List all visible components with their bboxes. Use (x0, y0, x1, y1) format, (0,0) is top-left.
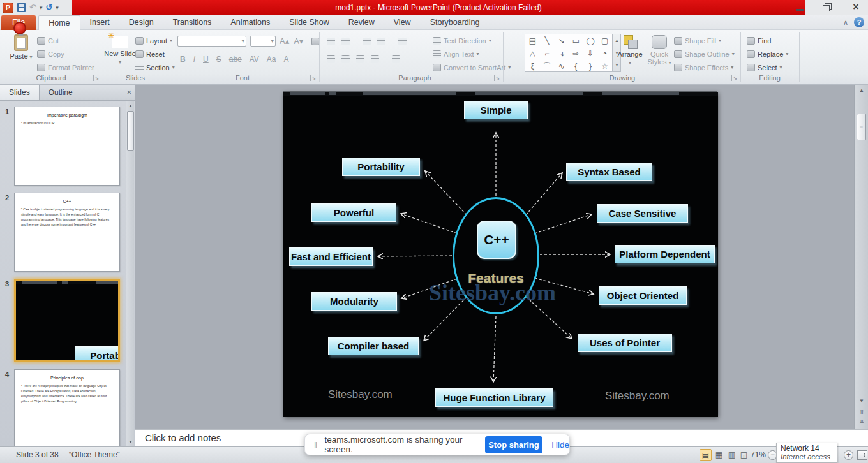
paste-button[interactable]: Paste ▾ (5, 33, 37, 73)
section-button[interactable]: Section ▾ (135, 61, 175, 73)
scroll-down-icon[interactable]: ▼ (855, 397, 868, 405)
down-arrow-shape-icon[interactable]: ⇩ (583, 47, 598, 60)
justify-icon[interactable] (371, 55, 379, 63)
arrange-button[interactable]: Arrange▾ (614, 33, 646, 73)
customize-qat-icon[interactable]: ▾ (56, 4, 59, 11)
convert-to-smartart-button[interactable]: Convert to SmartArt ▾ (433, 61, 511, 73)
align-left-icon[interactable] (327, 55, 335, 63)
tab-transitions[interactable]: Transitions (163, 15, 221, 30)
new-slide-button[interactable]: New Slide ▾ (104, 33, 136, 73)
feature-box-object-oriented[interactable]: Object Oriented (599, 286, 687, 305)
shape-effects-button[interactable]: Shape Effects ▾ (674, 61, 733, 73)
elbow-connector-shape-icon[interactable]: ⌐ (540, 47, 555, 60)
font-family-combo[interactable] (177, 36, 246, 47)
feature-box-portability[interactable]: Portability (342, 158, 420, 176)
slide-thumbnail-1[interactable]: Imperative paradigm* Its abstraction in … (14, 107, 120, 186)
tab-slide-show[interactable]: Slide Show (280, 15, 339, 30)
previous-slide-icon[interactable]: ⇈ (855, 408, 868, 416)
share-bar-handle-icon[interactable]: ‖ (314, 440, 318, 450)
copy-button[interactable]: Copy (37, 48, 64, 60)
arc-shape-icon[interactable]: ⌒ (540, 60, 555, 73)
paragraph-dialog-launcher[interactable]: ↘ (494, 75, 500, 81)
restore-button[interactable] (819, 3, 836, 12)
find-button[interactable]: Find (747, 34, 771, 47)
rounded-rectangle-shape-icon[interactable]: ▢ (597, 34, 612, 47)
replace-button[interactable]: Replace ▾ (747, 48, 788, 60)
panel-scrollbar-thumb[interactable] (127, 111, 134, 151)
panel-scroll-down-icon[interactable]: ▼ (126, 437, 135, 446)
character-spacing-button[interactable]: AV (248, 55, 260, 64)
format-painter-button[interactable]: Format Painter (37, 61, 94, 73)
line-spacing-icon[interactable] (398, 38, 407, 45)
main-scrollbar-thumb[interactable] (857, 114, 866, 140)
main-scrollbar[interactable]: ▲ ▼ ⇈ ⇊ (854, 85, 868, 429)
align-right-icon[interactable] (356, 55, 364, 63)
redo-icon[interactable]: ↺ (45, 3, 52, 12)
line-shape-icon[interactable]: ╲ (540, 34, 555, 47)
star-shape-icon[interactable]: ☆ (597, 60, 612, 73)
panel-scroll-up-icon[interactable]: ▲ (126, 101, 135, 110)
normal-view-button[interactable]: ▤ (700, 449, 712, 461)
notes-placeholder[interactable]: Click to add notes (145, 432, 221, 443)
line-arrow-shape-icon[interactable]: ↘ (554, 34, 569, 47)
elbow-arrow-connector-shape-icon[interactable]: ↴ (554, 47, 569, 60)
tab-insert[interactable]: Insert (80, 15, 119, 30)
collapse-ribbon-icon[interactable]: ∧ (843, 18, 848, 27)
scroll-up-icon[interactable]: ▲ (855, 86, 868, 94)
text-direction-button[interactable]: Text Direction ▾ (433, 34, 491, 47)
font-size-combo[interactable] (250, 36, 276, 47)
undo-icon[interactable]: ↶ (29, 3, 36, 12)
align-text-button[interactable]: Align Text ▾ (433, 48, 479, 60)
tab-view[interactable]: View (384, 15, 421, 30)
feature-box-fast-and-efficient[interactable]: Fast and Efficient (289, 247, 373, 266)
quick-styles-button[interactable]: Quick Styles ▾ (643, 33, 675, 73)
text-shadow-button[interactable]: abe (228, 55, 243, 64)
feature-box-simple[interactable]: Simple (464, 101, 528, 119)
select-button[interactable]: Select ▾ (747, 61, 782, 73)
tab-design[interactable]: Design (119, 15, 163, 30)
text-box-shape-icon[interactable]: ▤ (525, 34, 540, 47)
underline-button[interactable]: U (202, 55, 210, 64)
fit-to-window-icon[interactable] (857, 450, 867, 460)
bold-button[interactable]: B (179, 55, 187, 64)
cut-button[interactable]: Cut (37, 34, 59, 47)
tab-storyboarding[interactable]: Storyboarding (421, 15, 490, 30)
save-icon[interactable] (17, 3, 26, 12)
panel-close-icon[interactable]: × (126, 87, 131, 97)
feature-box-portability[interactable]: Portability (75, 346, 120, 362)
minimize-button[interactable] (791, 3, 808, 12)
slide-sorter-view-button[interactable]: ▦ (713, 449, 725, 461)
drawing-dialog-launcher[interactable]: ↘ (731, 75, 738, 81)
align-center-icon[interactable] (341, 55, 350, 63)
feature-box-syntax-based[interactable]: Syntax Based (566, 163, 652, 181)
feature-box-huge-function-library[interactable]: Huge Function Library (435, 388, 553, 407)
scribble-shape-icon[interactable]: ξ (525, 60, 540, 73)
increase-indent-icon[interactable] (377, 38, 385, 45)
feature-box-powerful[interactable]: Powerful (311, 203, 396, 222)
right-brace-shape-icon[interactable]: } (583, 60, 598, 73)
shrink-font-button[interactable]: A▾ (294, 36, 303, 46)
columns-icon[interactable] (392, 55, 400, 63)
numbering-icon[interactable] (341, 38, 350, 45)
help-icon[interactable]: ? (854, 17, 864, 27)
slide-thumbnail-4[interactable]: Principles of oop* There are 4 major pri… (14, 369, 120, 446)
feature-box-platform-dependent[interactable]: Platform Dependent (615, 245, 715, 263)
slide-thumbnail-3[interactable]: Sitesbay.comC++FeaturesSimplePortability… (14, 279, 120, 362)
stop-sharing-button[interactable]: Stop sharing (485, 436, 543, 453)
isosceles-triangle-shape-icon[interactable]: △ (525, 47, 540, 60)
change-case-button[interactable]: Aa (266, 55, 278, 64)
decrease-indent-icon[interactable] (363, 38, 371, 45)
right-arrow-shape-icon[interactable]: ⇨ (569, 47, 583, 60)
strikethrough-button[interactable]: S (215, 55, 223, 64)
layout-button[interactable]: Layout ▾ (135, 34, 172, 47)
tab-animations[interactable]: Animations (221, 15, 280, 30)
tab-home[interactable]: Home (38, 15, 80, 30)
curve-shape-icon[interactable]: ∿ (554, 60, 569, 73)
powerpoint-logo-icon[interactable]: P (3, 3, 13, 13)
tab-review[interactable]: Review (339, 15, 384, 30)
next-slide-icon[interactable]: ⇊ (855, 418, 868, 426)
slide-canvas[interactable]: Sitesbay.comC++FeaturesSimplePortability… (283, 91, 717, 416)
partial-circle-shape-icon[interactable]: ◔ (597, 47, 612, 60)
feature-box-case-sensitive[interactable]: Case Sensitive (597, 204, 688, 223)
shape-outline-button[interactable]: Shape Outline ▾ (674, 48, 735, 60)
